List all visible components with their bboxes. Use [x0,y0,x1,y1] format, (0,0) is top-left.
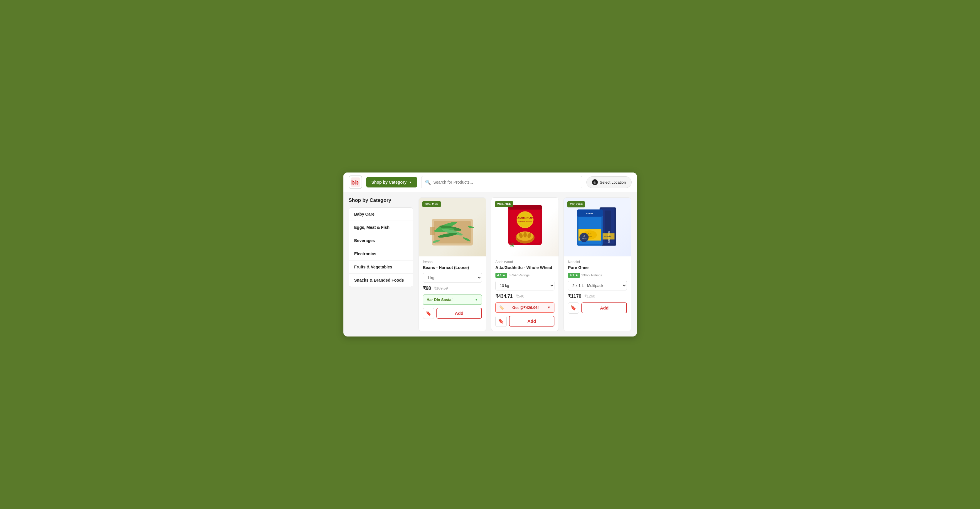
sidebar-menu: Baby Care Eggs, Meat & Fish Beverages El… [349,208,413,287]
product-name-ghee: Pure Ghee [568,265,627,270]
product-info-beans: fresho! Beans - Haricot (Loose) 1 kg 500… [419,257,486,291]
header: b b Shop by Category ▼ 🔍 ◎ Select Locati… [344,173,637,192]
location-label: Select Location [600,180,626,184]
svg-text:SUPERIOR MP ATTA: SUPERIOR MP ATTA [518,220,532,222]
rating-badge-ghee: 4.1 ★ [568,273,580,278]
sidebar-item-baby-care[interactable]: Baby Care [349,208,413,221]
rating-count-atta: 65947 Ratings [509,273,530,277]
svg-text:b: b [351,179,355,186]
product-name-beans: Beans - Haricot (Loose) [423,265,482,270]
svg-text:Pure: Pure [588,233,592,235]
price-current-ghee: ₹1170 [568,293,581,299]
promo-label-beans: Har Din Sasta! [427,298,453,302]
sidebar-title: Shop by Category [349,197,413,203]
product-name-atta: Atta/Godihittu - Whole Wheat [495,265,554,270]
svg-point-19 [517,212,532,227]
shop-by-category-label: Shop by Category [372,180,407,184]
bookmark-button-ghee[interactable]: 🔖 [568,303,579,314]
quantity-select-ghee[interactable]: 2 x 1 L - Multipack 1 L 500 ml [568,281,627,290]
location-icon: ◎ [592,179,598,185]
sidebar-item-eggs-meat-fish[interactable]: Eggs, Meat & Fish [349,221,413,234]
search-input[interactable] [433,180,578,184]
svg-text:NANDINI: NANDINI [586,213,593,215]
rating-count-ghee: 13972 Ratings [581,273,602,277]
promo-button-beans[interactable]: Har Din Sasta! ▼ [423,295,482,305]
promo-chevron-atta: ▼ [547,305,550,309]
product-info-ghee: Nandini Pure Ghee 4.1 ★ 13972 Ratings 2 … [564,257,631,299]
rating-badge-atta: 4.1 ★ [495,273,507,278]
promo-button-atta[interactable]: 🏷️ Get @₹426.06! ▼ [495,303,554,313]
products-grid: 38% OFF [418,197,632,331]
quantity-select-atta[interactable]: 10 kg 5 kg 1 kg [495,281,554,290]
rating-row-ghee: 4.1 ★ 13972 Ratings [568,273,627,278]
promo-label-atta: Get @₹426.06! [512,305,539,310]
brand-name-ghee: Nandini [568,260,627,264]
rating-row-atta: 4.1 ★ 65947 Ratings [495,273,554,278]
body-layout: Shop by Category Baby Care Eggs, Meat & … [344,192,637,336]
add-row-atta: 🔖 Add [491,316,558,327]
promo-chevron-beans: ▼ [474,298,478,301]
discount-badge-atta: 20% OFF [495,201,513,207]
sidebar-item-snacks-branded-foods[interactable]: Snacks & Branded Foods [349,274,413,287]
quantity-select-beans[interactable]: 1 kg 500 g 2 kg [423,273,482,282]
svg-point-25 [523,232,527,238]
svg-point-28 [511,245,513,246]
chevron-down-icon: ▼ [409,181,412,184]
search-icon: 🔍 [425,179,431,185]
sidebar-item-beverages[interactable]: Beverages [349,234,413,247]
price-row-ghee: ₹1170 ₹1260 [568,293,627,299]
discount-badge-beans: 38% OFF [422,201,441,207]
add-button-ghee[interactable]: Add [581,303,627,313]
product-card-atta: 20% OFF AASHIRVAAD SUPERIOR MP ATTA [491,197,559,331]
sidebar-item-fruits-vegetables[interactable]: Fruits & Vegetables [349,260,413,274]
price-row-beans: ₹68 ₹109.59 [423,285,482,291]
add-row-ghee: 🔖 Add [564,303,631,314]
price-current-beans: ₹68 [423,285,431,291]
price-original-ghee: ₹1260 [584,294,595,298]
product-info-atta: Aashirvaad Atta/Godihittu - Whole Wheat … [491,257,558,299]
price-original-atta: ₹540 [516,294,525,298]
sidebar: Shop by Category Baby Care Eggs, Meat & … [349,197,413,287]
sidebar-item-electronics[interactable]: Electronics [349,247,413,260]
add-button-atta[interactable]: Add [509,316,554,327]
bookmark-button-atta[interactable]: 🔖 [495,316,507,327]
logo: b b [349,176,362,189]
add-row-beans: 🔖 Add [419,308,486,319]
brand-name-beans: fresho! [423,260,482,264]
bookmark-button-beans[interactable]: 🔖 [423,308,434,319]
brand-name-atta: Aashirvaad [495,260,554,264]
select-location-button[interactable]: ◎ Select Location [586,176,632,188]
svg-text:NANDINI: NANDINI [604,236,611,238]
price-row-atta: ₹434.71 ₹540 [495,293,554,299]
svg-text:2: 2 [584,234,585,237]
svg-text:AASHIRVAAD: AASHIRVAAD [517,217,532,219]
discount-badge-ghee: ₹90 OFF [567,201,585,208]
product-card-beans: 38% OFF [418,197,486,331]
price-original-beans: ₹109.59 [434,286,448,290]
price-current-atta: ₹434.71 [495,293,513,299]
svg-text:b: b [355,179,359,186]
svg-text:PACKS: PACKS [582,238,587,239]
search-bar: 🔍 [421,176,582,188]
promo-icon-atta: 🏷️ [499,305,504,310]
add-button-beans[interactable]: Add [436,308,482,319]
product-card-ghee: ₹90 OFF Multi Pack Multi Pack [563,197,631,331]
shop-by-category-button[interactable]: Shop by Category ▼ [366,177,417,187]
app-container: b b Shop by Category ▼ 🔍 ◎ Select Locati… [344,173,637,336]
